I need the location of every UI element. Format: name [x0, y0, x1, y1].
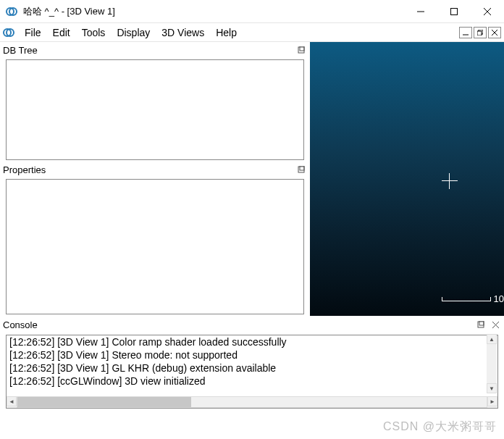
console-output[interactable]: [12:26:52] [3D View 1] Color ramp shader… [7, 335, 497, 396]
properties-panel[interactable] [6, 179, 304, 314]
console-line: [12:26:52] [3D View 1] Stereo mode: not … [7, 348, 497, 361]
3d-viewport[interactable]: 10 [310, 42, 504, 316]
menu-tools[interactable]: Tools [76, 25, 112, 40]
scale-bar: 10 [442, 293, 504, 304]
dbtree-panel[interactable] [6, 59, 304, 160]
menu-bar: File Edit Tools Display 3D Views Help [0, 23, 504, 42]
mdi-minimize-button[interactable] [459, 27, 472, 38]
console-h-scrollbar[interactable]: ◄ ► [7, 396, 497, 408]
console-close-button[interactable] [490, 319, 501, 330]
svg-rect-17 [478, 322, 484, 327]
mdi-restore-button[interactable] [474, 27, 487, 38]
watermark: CSDN @大米粥哥哥 [383, 419, 497, 435]
app-menu-icon [3, 27, 14, 38]
scroll-track[interactable] [17, 396, 487, 408]
scroll-up-button[interactable]: ▲ [487, 334, 497, 344]
mdi-close-button[interactable] [488, 27, 501, 38]
crosshair-icon [442, 173, 458, 189]
app-icon [6, 6, 17, 17]
svg-rect-13 [298, 47, 304, 53]
menu-help[interactable]: Help [210, 25, 243, 40]
console-line: [12:26:52] [3D View 1] GL KHR (debug) ex… [7, 361, 497, 375]
scale-line-icon [442, 297, 491, 301]
dbtree-header: DB Tree [0, 42, 310, 58]
menu-edit[interactable]: Edit [47, 25, 76, 40]
scroll-left-button[interactable]: ◄ [7, 396, 17, 406]
console-panel: [12:26:52] [3D View 1] Color ramp shader… [6, 335, 498, 409]
console-v-scrollbar[interactable]: ▲ ▼ [487, 334, 497, 393]
maximize-button[interactable] [437, 0, 471, 23]
window-controls [404, 0, 504, 23]
console-title: Console [3, 319, 475, 330]
scroll-right-button[interactable]: ► [487, 396, 497, 406]
scale-label: 10 [494, 293, 504, 304]
menu-3dviews[interactable]: 3D Views [156, 25, 210, 40]
console-line: [12:26:52] [3D View 1] Color ramp shader… [7, 335, 497, 348]
svg-rect-15 [298, 167, 304, 172]
minimize-button[interactable] [404, 0, 437, 23]
menu-file[interactable]: File [19, 25, 47, 40]
dbtree-title: DB Tree [3, 45, 295, 56]
properties-header: Properties [0, 162, 310, 177]
scroll-thumb[interactable] [17, 397, 191, 407]
window-title: 哈哈 ^_^ - [3D View 1] [23, 5, 404, 18]
properties-float-button[interactable] [295, 164, 307, 175]
console-float-button[interactable] [475, 319, 487, 330]
dbtree-float-button[interactable] [295, 44, 307, 56]
svg-rect-10 [477, 31, 482, 35]
svg-rect-3 [451, 8, 458, 14]
scroll-down-button[interactable]: ▼ [487, 383, 497, 393]
close-button[interactable] [471, 0, 504, 23]
console-header: Console [0, 316, 504, 333]
properties-title: Properties [3, 164, 295, 175]
console-line: [12:26:52] [ccGLWindow] 3D view initiali… [7, 375, 497, 388]
mdi-controls [459, 27, 504, 38]
menu-display[interactable]: Display [111, 25, 156, 40]
title-bar: 哈哈 ^_^ - [3D View 1] [0, 0, 504, 23]
